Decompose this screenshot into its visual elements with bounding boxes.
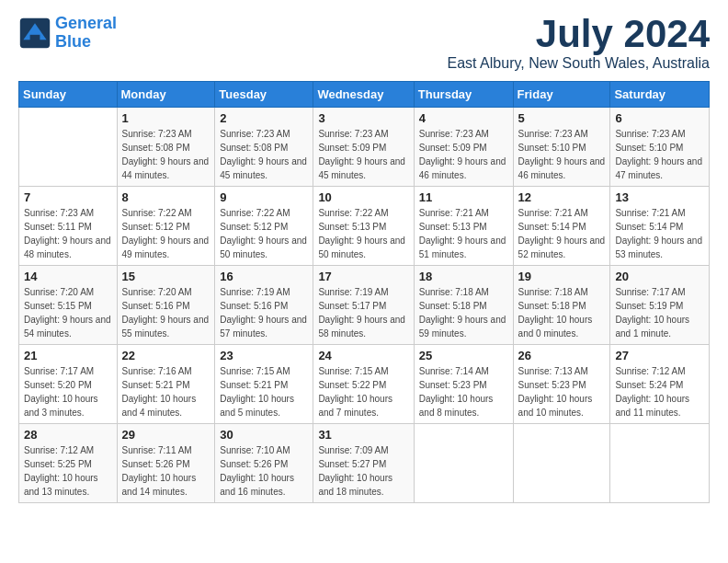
day-number: 25 bbox=[419, 349, 508, 362]
calendar-cell bbox=[19, 108, 118, 187]
day-info: Sunrise: 7:17 AMSunset: 5:20 PMDaylight:… bbox=[24, 364, 112, 419]
day-number: 31 bbox=[318, 428, 408, 442]
day-number: 27 bbox=[615, 349, 704, 362]
calendar-cell: 3Sunrise: 7:23 AMSunset: 5:09 PMDaylight… bbox=[313, 108, 414, 187]
calendar-cell: 16Sunrise: 7:19 AMSunset: 5:16 PMDayligh… bbox=[215, 266, 313, 345]
calendar-cell: 25Sunrise: 7:14 AMSunset: 5:23 PMDayligh… bbox=[414, 345, 513, 424]
calendar-week-row: 21Sunrise: 7:17 AMSunset: 5:20 PMDayligh… bbox=[19, 345, 710, 424]
day-info: Sunrise: 7:22 AMSunset: 5:12 PMDaylight:… bbox=[220, 206, 308, 261]
day-info: Sunrise: 7:12 AMSunset: 5:25 PMDaylight:… bbox=[24, 443, 112, 499]
day-number: 8 bbox=[122, 190, 210, 204]
title-section: July 2024 East Albury, New South Wales, … bbox=[448, 15, 710, 72]
calendar-cell: 4Sunrise: 7:23 AMSunset: 5:09 PMDaylight… bbox=[414, 108, 513, 187]
day-number: 2 bbox=[220, 111, 308, 125]
calendar-cell: 28Sunrise: 7:12 AMSunset: 5:25 PMDayligh… bbox=[19, 424, 118, 503]
calendar-cell bbox=[513, 424, 610, 503]
day-number: 28 bbox=[24, 428, 112, 442]
weekday-header: Monday bbox=[117, 82, 215, 108]
calendar-cell: 26Sunrise: 7:13 AMSunset: 5:23 PMDayligh… bbox=[513, 345, 610, 424]
day-number: 15 bbox=[122, 270, 210, 283]
day-number: 24 bbox=[318, 349, 408, 362]
day-number: 6 bbox=[615, 111, 704, 125]
calendar-cell: 23Sunrise: 7:15 AMSunset: 5:21 PMDayligh… bbox=[215, 345, 313, 424]
logo-icon bbox=[18, 17, 51, 50]
calendar-week-row: 14Sunrise: 7:20 AMSunset: 5:15 PMDayligh… bbox=[19, 266, 710, 345]
calendar-cell: 30Sunrise: 7:10 AMSunset: 5:26 PMDayligh… bbox=[215, 424, 313, 503]
day-info: Sunrise: 7:19 AMSunset: 5:16 PMDaylight:… bbox=[220, 285, 308, 340]
day-number: 17 bbox=[318, 270, 408, 283]
day-info: Sunrise: 7:22 AMSunset: 5:12 PMDaylight:… bbox=[122, 206, 210, 261]
weekday-header: Friday bbox=[513, 82, 610, 108]
calendar-cell: 9Sunrise: 7:22 AMSunset: 5:12 PMDaylight… bbox=[215, 187, 313, 266]
day-info: Sunrise: 7:18 AMSunset: 5:18 PMDaylight:… bbox=[518, 285, 606, 340]
weekday-header: Saturday bbox=[610, 82, 710, 108]
calendar-cell bbox=[610, 424, 710, 503]
day-info: Sunrise: 7:15 AMSunset: 5:22 PMDaylight:… bbox=[318, 364, 408, 419]
day-info: Sunrise: 7:09 AMSunset: 5:27 PMDaylight:… bbox=[318, 443, 408, 499]
calendar-cell: 24Sunrise: 7:15 AMSunset: 5:22 PMDayligh… bbox=[313, 345, 414, 424]
logo-text: General Blue bbox=[55, 15, 117, 52]
day-number: 11 bbox=[419, 190, 508, 204]
day-info: Sunrise: 7:20 AMSunset: 5:15 PMDaylight:… bbox=[24, 285, 112, 340]
calendar-cell: 1Sunrise: 7:23 AMSunset: 5:08 PMDaylight… bbox=[117, 108, 215, 187]
day-info: Sunrise: 7:14 AMSunset: 5:23 PMDaylight:… bbox=[419, 364, 508, 419]
day-info: Sunrise: 7:12 AMSunset: 5:24 PMDaylight:… bbox=[615, 364, 704, 419]
day-number: 12 bbox=[518, 190, 606, 204]
calendar-cell: 17Sunrise: 7:19 AMSunset: 5:17 PMDayligh… bbox=[313, 266, 414, 345]
calendar-cell: 13Sunrise: 7:21 AMSunset: 5:14 PMDayligh… bbox=[610, 187, 710, 266]
day-number: 9 bbox=[220, 190, 308, 204]
day-number: 21 bbox=[24, 349, 112, 362]
location-title: East Albury, New South Wales, Australia bbox=[448, 55, 710, 72]
day-info: Sunrise: 7:23 AMSunset: 5:09 PMDaylight:… bbox=[419, 127, 508, 182]
calendar-cell: 10Sunrise: 7:22 AMSunset: 5:13 PMDayligh… bbox=[313, 187, 414, 266]
day-number: 16 bbox=[220, 270, 308, 283]
calendar-cell: 11Sunrise: 7:21 AMSunset: 5:13 PMDayligh… bbox=[414, 187, 513, 266]
calendar-table: SundayMondayTuesdayWednesdayThursdayFrid… bbox=[18, 81, 710, 503]
day-number: 1 bbox=[122, 111, 210, 125]
day-number: 18 bbox=[419, 270, 508, 283]
calendar-cell: 18Sunrise: 7:18 AMSunset: 5:18 PMDayligh… bbox=[414, 266, 513, 345]
weekday-header: Sunday bbox=[19, 82, 118, 108]
day-info: Sunrise: 7:23 AMSunset: 5:10 PMDaylight:… bbox=[615, 127, 704, 182]
calendar-cell: 12Sunrise: 7:21 AMSunset: 5:14 PMDayligh… bbox=[513, 187, 610, 266]
day-info: Sunrise: 7:20 AMSunset: 5:16 PMDaylight:… bbox=[122, 285, 210, 340]
weekday-header: Tuesday bbox=[215, 82, 313, 108]
calendar-week-row: 7Sunrise: 7:23 AMSunset: 5:11 PMDaylight… bbox=[19, 187, 710, 266]
day-info: Sunrise: 7:19 AMSunset: 5:17 PMDaylight:… bbox=[318, 285, 408, 340]
calendar-week-row: 28Sunrise: 7:12 AMSunset: 5:25 PMDayligh… bbox=[19, 424, 710, 503]
svg-rect-2 bbox=[30, 35, 40, 41]
day-info: Sunrise: 7:18 AMSunset: 5:18 PMDaylight:… bbox=[419, 285, 508, 340]
day-info: Sunrise: 7:21 AMSunset: 5:14 PMDaylight:… bbox=[518, 206, 606, 261]
day-number: 5 bbox=[518, 111, 606, 125]
day-number: 29 bbox=[122, 428, 210, 442]
weekday-header: Wednesday bbox=[313, 82, 414, 108]
day-number: 30 bbox=[220, 428, 308, 442]
calendar-cell: 6Sunrise: 7:23 AMSunset: 5:10 PMDaylight… bbox=[610, 108, 710, 187]
calendar-cell: 7Sunrise: 7:23 AMSunset: 5:11 PMDaylight… bbox=[19, 187, 118, 266]
day-number: 13 bbox=[615, 190, 704, 204]
calendar-cell bbox=[414, 424, 513, 503]
day-info: Sunrise: 7:23 AMSunset: 5:11 PMDaylight:… bbox=[24, 206, 112, 261]
day-number: 7 bbox=[24, 190, 112, 204]
month-title: July 2024 bbox=[448, 15, 710, 53]
day-info: Sunrise: 7:23 AMSunset: 5:09 PMDaylight:… bbox=[318, 127, 408, 182]
calendar-cell: 21Sunrise: 7:17 AMSunset: 5:20 PMDayligh… bbox=[19, 345, 118, 424]
day-number: 14 bbox=[24, 270, 112, 283]
calendar-cell: 5Sunrise: 7:23 AMSunset: 5:10 PMDaylight… bbox=[513, 108, 610, 187]
day-info: Sunrise: 7:17 AMSunset: 5:19 PMDaylight:… bbox=[615, 285, 704, 340]
day-number: 22 bbox=[122, 349, 210, 362]
calendar-cell: 8Sunrise: 7:22 AMSunset: 5:12 PMDaylight… bbox=[117, 187, 215, 266]
day-info: Sunrise: 7:10 AMSunset: 5:26 PMDaylight:… bbox=[220, 443, 308, 499]
day-info: Sunrise: 7:23 AMSunset: 5:10 PMDaylight:… bbox=[518, 127, 606, 182]
day-info: Sunrise: 7:21 AMSunset: 5:14 PMDaylight:… bbox=[615, 206, 704, 261]
calendar-week-row: 1Sunrise: 7:23 AMSunset: 5:08 PMDaylight… bbox=[19, 108, 710, 187]
calendar-cell: 15Sunrise: 7:20 AMSunset: 5:16 PMDayligh… bbox=[117, 266, 215, 345]
day-info: Sunrise: 7:23 AMSunset: 5:08 PMDaylight:… bbox=[220, 127, 308, 182]
day-info: Sunrise: 7:15 AMSunset: 5:21 PMDaylight:… bbox=[220, 364, 308, 419]
calendar-cell: 29Sunrise: 7:11 AMSunset: 5:26 PMDayligh… bbox=[117, 424, 215, 503]
day-info: Sunrise: 7:13 AMSunset: 5:23 PMDaylight:… bbox=[518, 364, 606, 419]
calendar-cell: 14Sunrise: 7:20 AMSunset: 5:15 PMDayligh… bbox=[19, 266, 118, 345]
day-info: Sunrise: 7:21 AMSunset: 5:13 PMDaylight:… bbox=[419, 206, 508, 261]
day-info: Sunrise: 7:23 AMSunset: 5:08 PMDaylight:… bbox=[122, 127, 210, 182]
day-number: 26 bbox=[518, 349, 606, 362]
